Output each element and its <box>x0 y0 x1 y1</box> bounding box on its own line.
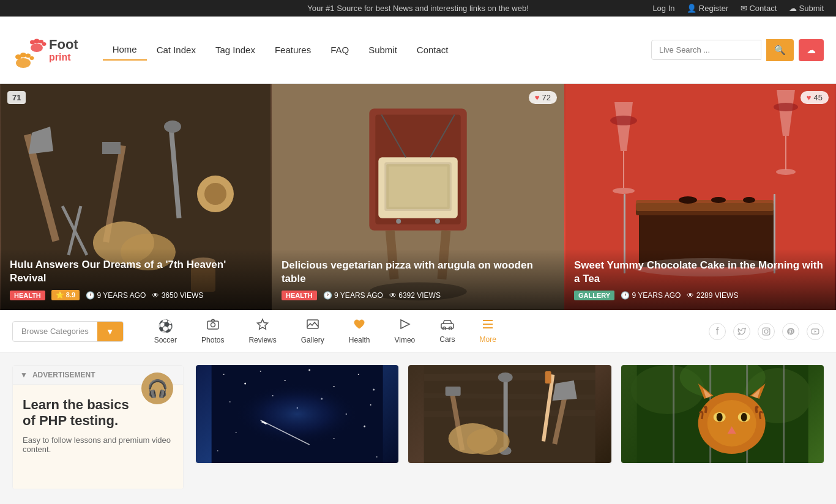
svg-point-3 <box>26 53 31 57</box>
svg-point-52 <box>679 196 697 204</box>
register-icon: 👤 <box>687 4 696 13</box>
svg-point-53 <box>711 197 726 203</box>
cat-more[interactable]: More <box>468 313 509 350</box>
svg-point-76 <box>244 383 246 385</box>
cat-gallery[interactable]: Gallery <box>289 312 337 350</box>
svg-point-77 <box>260 371 261 372</box>
svg-marker-111 <box>553 380 577 401</box>
hero-2-age: 🕐 9 YEARS AGO <box>323 291 383 300</box>
svg-point-70 <box>764 330 768 333</box>
search-input[interactable] <box>651 40 761 60</box>
cat-items: ⚽ Soccer Photos Reviews Gallery Health <box>142 312 709 350</box>
cat-vimeo[interactable]: Vimeo <box>382 312 427 350</box>
hero-item-2[interactable]: ♥ 72 Delicious vegetarian pizza with aru… <box>272 84 564 310</box>
hero-2-views: 👁 6392 VIEWS <box>389 291 441 300</box>
twitter-link[interactable] <box>733 323 750 340</box>
svg-point-59 <box>211 323 215 327</box>
nav-contact[interactable]: Contact <box>407 40 458 60</box>
svg-point-9 <box>42 42 47 46</box>
browse-dropdown-btn[interactable]: ▼ <box>97 322 123 341</box>
contact-link[interactable]: ✉ Contact <box>741 4 779 13</box>
play-icon <box>398 318 411 333</box>
cat-more-label: More <box>480 335 496 344</box>
article-card-1[interactable] <box>196 365 398 463</box>
youtube-link[interactable] <box>807 323 824 340</box>
categories-bar: Browse Categories ▼ ⚽ Soccer Photos Revi… <box>0 310 836 353</box>
svg-point-96 <box>376 456 378 458</box>
cat-health[interactable]: Health <box>337 312 383 350</box>
svg-point-109 <box>467 428 510 455</box>
nav-submit[interactable]: Submit <box>359 40 407 60</box>
hero-2-meta: HEALTH 🕐 9 YEARS AGO 👁 6392 VIEWS <box>282 291 554 300</box>
svg-point-129 <box>741 413 747 421</box>
svg-point-16 <box>164 120 181 133</box>
hero-1-tag: HEALTH <box>10 291 45 300</box>
svg-point-20 <box>204 183 226 205</box>
nav-tag-index[interactable]: Tag Index <box>206 40 265 60</box>
hero-1-rating: ⭐ 8.9 <box>51 290 80 300</box>
hero-1-meta: HEALTH ⭐ 8.9 🕐 9 YEARS AGO 👁 3650 VIEWS <box>10 290 262 300</box>
camera-icon <box>207 318 219 333</box>
logo-foot-text: Foot <box>49 37 78 52</box>
svg-point-81 <box>358 374 359 375</box>
cat-soccer[interactable]: ⚽ Soccer <box>142 313 189 350</box>
cat-reviews[interactable]: Reviews <box>236 312 288 350</box>
search-button[interactable]: 🔍 <box>766 39 794 61</box>
login-link[interactable]: Log In <box>652 4 674 13</box>
hero-item-1[interactable]: 71 Hulu Answers Our Dreams of a '7th Hea… <box>0 84 272 310</box>
upload-button[interactable]: ☁ <box>799 39 824 61</box>
svg-point-0 <box>16 58 31 68</box>
ad-box: ▼ ADVERTISEMENT 🎧 Learn the basics of PH… <box>12 365 184 489</box>
ad-sub: Easy to follow lessons and premium video… <box>23 435 173 454</box>
svg-point-104 <box>498 372 513 382</box>
svg-point-92 <box>236 432 237 433</box>
svg-point-79 <box>308 369 310 371</box>
svg-point-4 <box>30 56 34 60</box>
articles-section <box>196 365 824 489</box>
article-card-3[interactable] <box>621 365 824 463</box>
hero-3-age: 🕐 9 YEARS AGO <box>621 291 681 300</box>
svg-point-32 <box>396 219 401 224</box>
register-link[interactable]: 👤 Register <box>687 4 731 13</box>
svg-point-82 <box>373 389 375 391</box>
hero-2-title: Delicious vegetarian pizza with arugula … <box>282 259 554 286</box>
svg-point-94 <box>364 426 365 428</box>
hero-1-age: 🕐 9 YEARS AGO <box>86 291 146 300</box>
svg-point-75 <box>223 374 225 375</box>
hero-item-3[interactable]: ♥ 45 Sweet Yummy Chocolate Cake in the M… <box>564 84 836 310</box>
hero-section: 71 Hulu Answers Our Dreams of a '7th Hea… <box>0 84 836 310</box>
sidebar: ▼ ADVERTISEMENT 🎧 Learn the basics of PH… <box>12 365 184 489</box>
soccer-icon: ⚽ <box>158 319 173 333</box>
hero-1-overlay: Hulu Answers Our Dreams of a '7th Heaven… <box>0 248 272 310</box>
svg-rect-31 <box>389 166 447 207</box>
main-content: ▼ ADVERTISEMENT 🎧 Learn the basics of PH… <box>0 353 836 502</box>
instagram-link[interactable] <box>758 323 775 340</box>
nav-faq[interactable]: FAQ <box>321 40 359 60</box>
logo[interactable]: Foot print <box>12 26 78 74</box>
svg-point-47 <box>776 169 796 175</box>
ad-label: ADVERTISEMENT <box>32 371 95 379</box>
svg-point-95 <box>217 450 218 451</box>
svg-rect-46 <box>785 136 786 169</box>
more-icon <box>482 319 494 333</box>
search-icon: 🔍 <box>774 45 786 55</box>
toggle-icon: ▼ <box>20 371 28 379</box>
cat-photos[interactable]: Photos <box>189 312 236 350</box>
header: Foot print Home Cat Index Tag Index Feat… <box>0 17 836 84</box>
cat-cars[interactable]: Cars <box>427 313 467 350</box>
nav-cat-index[interactable]: Cat Index <box>147 40 206 60</box>
nav-home[interactable]: Home <box>103 39 147 61</box>
cat-cars-label: Cars <box>439 335 455 344</box>
svg-point-128 <box>716 413 722 421</box>
hero-2-heart-count: ♥ 72 <box>529 91 557 104</box>
svg-point-5 <box>31 43 43 52</box>
pinterest-link[interactable] <box>782 323 799 340</box>
nav-features[interactable]: Features <box>265 40 321 60</box>
facebook-link[interactable]: f <box>709 323 726 340</box>
hero-3-meta: GALLERY 🕐 9 YEARS AGO 👁 2289 VIEWS <box>574 291 826 300</box>
hero-1-title: Hulu Answers Our Dreams of a '7th Heaven… <box>10 258 262 285</box>
submit-link[interactable]: ☁ Submit <box>789 4 824 13</box>
article-card-2[interactable] <box>408 365 611 463</box>
cat-soccer-label: Soccer <box>154 336 177 344</box>
hero-1-views: 👁 3650 VIEWS <box>152 291 203 300</box>
